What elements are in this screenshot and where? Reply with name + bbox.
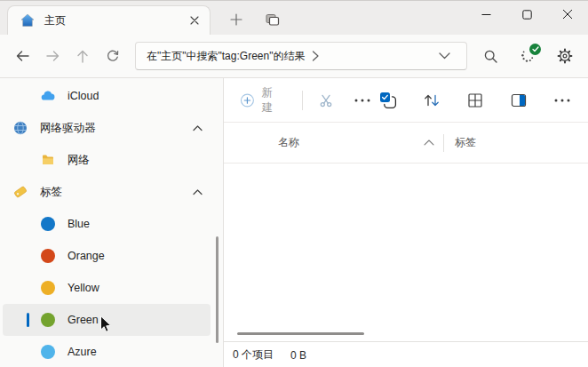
tab-home[interactable]: 主页: [7, 5, 211, 35]
empty-file-list[interactable]: [224, 164, 588, 341]
address-bar[interactable]: 在"主页"中搜索"tag:Green"的结果: [135, 42, 467, 70]
chevron-down-icon[interactable]: [439, 52, 450, 60]
sort-arrows-icon[interactable]: [418, 87, 445, 114]
close-icon[interactable]: [547, 1, 588, 28]
sidebar-vertical-scrollbar[interactable]: [216, 236, 219, 343]
toolbar-divider: [302, 91, 303, 110]
network-folder-icon: [40, 152, 56, 168]
yellow-tag-circle-icon: [41, 281, 55, 295]
check-badge-icon: [529, 44, 541, 55]
navigation-sidebar: iCloud 网络驱动器: [0, 78, 224, 367]
gear-icon[interactable]: [552, 42, 577, 70]
details-pane-icon[interactable]: [505, 87, 532, 114]
search-icon[interactable]: [478, 42, 503, 70]
new-plus-circle-icon: [240, 92, 255, 108]
tag-icon: [12, 184, 28, 200]
column-headers: 名称 标签: [224, 123, 588, 164]
minimize-icon[interactable]: [465, 1, 506, 28]
column-header-name[interactable]: 名称: [224, 135, 443, 150]
back-arrow-icon[interactable]: [7, 42, 37, 70]
sidebar-item-icloud[interactable]: iCloud: [3, 80, 211, 112]
column-header-tags[interactable]: 标签: [444, 135, 476, 150]
sidebar-item-network[interactable]: 网络: [3, 144, 211, 176]
cut-scissors-icon[interactable]: [314, 87, 338, 114]
command-toolbar: 新建: [224, 78, 588, 123]
tab-close-icon[interactable]: [185, 11, 204, 30]
sidebar-item-tag-blue[interactable]: Blue: [3, 208, 211, 240]
sidebar-item-label: Azure: [68, 346, 97, 358]
sidebar-item-network-drives[interactable]: 网络驱动器: [3, 112, 211, 144]
forward-arrow-icon[interactable]: [37, 42, 68, 70]
tab-list-icon[interactable]: [260, 8, 283, 31]
new-button-label: 新建: [262, 85, 282, 116]
more-options-dots-icon[interactable]: [549, 87, 576, 114]
select-all-checkbox-icon[interactable]: [375, 87, 401, 114]
new-button[interactable]: 新建: [233, 81, 290, 120]
sidebar-item-tag-orange[interactable]: Orange: [3, 240, 211, 272]
blue-tag-circle-icon: [41, 217, 55, 231]
item-count: 0 个项目: [233, 347, 274, 363]
sort-ascending-chevron-icon: [424, 140, 434, 146]
sidebar-item-label: Orange: [68, 250, 105, 262]
chevron-up-icon[interactable]: [193, 125, 203, 132]
window-controls: [465, 1, 588, 28]
navigation-bar: 在"主页"中搜索"tag:Green"的结果: [0, 35, 588, 78]
sidebar-item-tag-azure[interactable]: Azure: [3, 336, 211, 367]
sidebar-item-label: Yellow: [68, 282, 99, 294]
refresh-icon[interactable]: [98, 42, 128, 70]
sidebar-item-label: 网络驱动器: [40, 121, 96, 136]
up-arrow-icon[interactable]: [68, 42, 98, 70]
green-tag-circle-icon: [41, 313, 55, 327]
address-text: 在"主页"中搜索"tag:Green"的结果: [147, 49, 305, 64]
sidebar-item-tags[interactable]: 标签: [3, 176, 211, 208]
icloud-cloud-icon: [40, 88, 56, 104]
new-tab-plus-icon[interactable]: [225, 8, 248, 31]
total-size: 0 B: [290, 349, 306, 362]
chevron-right-icon[interactable]: [312, 51, 320, 61]
sidebar-item-label: Blue: [68, 218, 90, 230]
more-dots-icon[interactable]: [350, 87, 375, 114]
sidebar-item-label: iCloud: [68, 90, 99, 102]
file-explorer-window: 主页: [0, 0, 588, 367]
orange-tag-circle-icon: [41, 249, 55, 263]
tab-bar: 主页: [0, 1, 588, 35]
file-list-pane: 新建: [224, 78, 588, 367]
selection-indicator: [27, 313, 29, 327]
status-bar: 0 个项目 0 B: [224, 341, 588, 367]
sidebar-item-label: 网络: [68, 153, 90, 168]
navbar-right-actions: [478, 42, 577, 70]
maximize-icon[interactable]: [506, 1, 547, 28]
mouse-cursor-icon: [99, 315, 112, 336]
view-grid-icon[interactable]: [462, 87, 489, 114]
sidebar-item-label: 标签: [40, 185, 62, 200]
azure-tag-circle-icon: [41, 345, 55, 359]
sidebar-item-tag-yellow[interactable]: Yellow: [3, 272, 211, 304]
sidebar-item-label: Green: [68, 314, 99, 326]
chevron-up-icon[interactable]: [193, 189, 203, 195]
horizontal-scrollbar[interactable]: [237, 332, 364, 335]
home-icon: [20, 13, 35, 28]
sync-status-icon[interactable]: [516, 44, 539, 68]
tab-title: 主页: [44, 13, 185, 28]
network-drive-globe-icon: [12, 120, 28, 136]
